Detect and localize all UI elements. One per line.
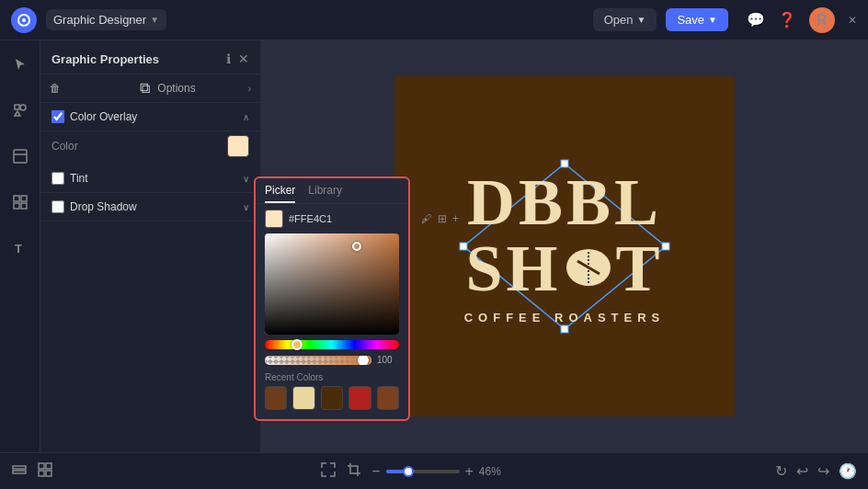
picker-tabs: Picker Library (256, 178, 408, 204)
drop-shadow-checkbox[interactable] (51, 200, 64, 213)
user-avatar[interactable]: R (809, 7, 835, 33)
gradient-bg (265, 233, 399, 335)
logo-sh: SH (465, 235, 561, 301)
svg-rect-21 (39, 471, 44, 476)
app-title-btn[interactable]: Graphic Designer ▼ (46, 9, 166, 30)
drop-shadow-section: Drop Shadow ∨ (40, 193, 260, 222)
color-overlay-section: Color Overlay ∧ (40, 103, 260, 131)
open-label: Open (604, 13, 634, 27)
info-icon[interactable]: ℹ (226, 51, 231, 66)
tab-picker[interactable]: Picker (265, 184, 295, 203)
hue-slider[interactable] (265, 340, 399, 351)
more-icon[interactable]: ✕ (848, 14, 857, 27)
help-icon[interactable]: ❓ (778, 11, 796, 28)
sidebar-item-text[interactable]: T (6, 233, 35, 263)
tint-section: Tint ∨ (40, 165, 260, 193)
chat-icon[interactable]: 💬 (747, 11, 765, 28)
recent-color-1[interactable] (265, 386, 287, 410)
logo-line1: DBBL (467, 169, 662, 235)
grid-view-icon[interactable] (37, 461, 53, 482)
tint-checkbox[interactable] (51, 172, 64, 185)
sidebar-item-shapes[interactable] (6, 96, 35, 125)
color-swatch[interactable] (227, 135, 249, 157)
svg-point-1 (22, 18, 26, 22)
top-bar-icons: 💬 ❓ R ✕ (747, 7, 857, 33)
bottom-bar: − + 46% ↻ ↩ ↪ 🕐 (0, 452, 868, 489)
zoom-percent: 46% (479, 465, 508, 478)
color-overlay-checkbox-label[interactable]: Color Overlay (51, 110, 235, 123)
recent-color-4[interactable] (348, 386, 371, 410)
gradient-canvas[interactable] (265, 233, 399, 335)
logo-t: T (616, 235, 664, 301)
layers-icon[interactable] (11, 461, 28, 482)
drop-shadow-label: Drop Shadow (70, 200, 137, 213)
drop-shadow-checkbox-label[interactable]: Drop Shadow (51, 200, 235, 213)
eyedropper-icon[interactable]: 🖋 (421, 212, 432, 225)
svg-rect-4 (14, 150, 27, 163)
panel-header-icons: ℹ ✕ (226, 51, 249, 66)
app-logo[interactable] (11, 7, 37, 33)
save-chevron-icon: ▼ (708, 15, 717, 25)
tint-row: Tint ∨ (51, 172, 249, 185)
tab-library[interactable]: Library (308, 184, 342, 203)
opacity-gradient (265, 356, 371, 365)
zoom-controls: − + 46% (371, 463, 508, 480)
open-button[interactable]: Open ▼ (593, 8, 657, 31)
main-area: T Graphic Properties ℹ ✕ 🗑 ⧉ Options › C… (0, 40, 868, 452)
recent-color-2[interactable] (292, 386, 314, 410)
options-chevron-icon[interactable]: › (248, 84, 251, 94)
refresh-icon[interactable]: ↻ (775, 462, 787, 480)
recent-color-3[interactable] (321, 386, 343, 410)
coffee-bean-icon (564, 243, 614, 293)
sidebar-item-components[interactable] (6, 188, 35, 217)
svg-rect-20 (46, 463, 51, 469)
hue-slider-track (265, 340, 399, 349)
expand-icon[interactable] (320, 461, 337, 482)
color-picker-popup: Picker Library 🖋 ⊞ + (254, 176, 410, 421)
zoom-out-button[interactable]: − (371, 463, 380, 480)
design-canvas[interactable]: DBBL SH T COFFEE ROASTERS (394, 76, 735, 416)
add-icon[interactable]: + (452, 212, 459, 225)
opacity-slider[interactable]: 100 (265, 355, 399, 365)
color-overlay-chevron-icon[interactable]: ∧ (243, 112, 249, 122)
color-overlay-checkbox[interactable] (51, 110, 64, 123)
options-label: Options (157, 82, 247, 95)
svg-rect-22 (46, 471, 51, 476)
logo-line2: SH T (465, 235, 663, 301)
recent-color-5[interactable] (377, 386, 399, 410)
close-icon[interactable]: ✕ (238, 51, 249, 66)
zoom-slider-track[interactable] (386, 470, 460, 473)
hex-input[interactable] (289, 213, 416, 224)
svg-text:T: T (15, 242, 22, 256)
picker-preview-swatch (265, 210, 283, 228)
bottom-left (11, 461, 53, 482)
icon-sidebar: T (0, 40, 40, 452)
sidebar-item-pointer[interactable] (6, 50, 35, 79)
grid-icon[interactable]: ⊞ (438, 212, 447, 225)
picker-controls: 🖋 ⊞ + (256, 204, 408, 232)
opacity-track (265, 356, 371, 365)
save-button[interactable]: Save ▼ (666, 8, 728, 31)
tint-checkbox-label[interactable]: Tint (51, 172, 235, 185)
zoom-in-button[interactable]: + (465, 463, 474, 480)
duplicate-icon[interactable]: ⧉ (140, 80, 150, 97)
open-chevron-icon: ▼ (637, 15, 646, 25)
drop-shadow-chevron-icon[interactable]: ∨ (243, 202, 249, 212)
save-label: Save (677, 13, 704, 27)
bottom-right: ↻ ↩ ↪ 🕐 (775, 462, 857, 480)
svg-rect-8 (14, 203, 19, 209)
redo-icon[interactable]: ↪ (817, 462, 829, 480)
crop-icon[interactable] (346, 461, 362, 482)
tint-chevron-icon[interactable]: ∨ (243, 174, 249, 184)
panel-header: Graphic Properties ℹ ✕ (40, 40, 260, 74)
bottom-center: − + 46% (64, 461, 764, 482)
sidebar-item-layout[interactable] (6, 142, 35, 171)
trash-icon[interactable]: 🗑 (50, 82, 140, 95)
undo-icon[interactable]: ↩ (796, 462, 808, 480)
svg-rect-6 (14, 196, 19, 201)
history-icon[interactable]: 🕐 (839, 462, 857, 480)
svg-rect-17 (13, 466, 26, 469)
svg-rect-2 (15, 105, 19, 109)
svg-rect-14 (561, 325, 568, 333)
hue-thumb (291, 339, 303, 350)
